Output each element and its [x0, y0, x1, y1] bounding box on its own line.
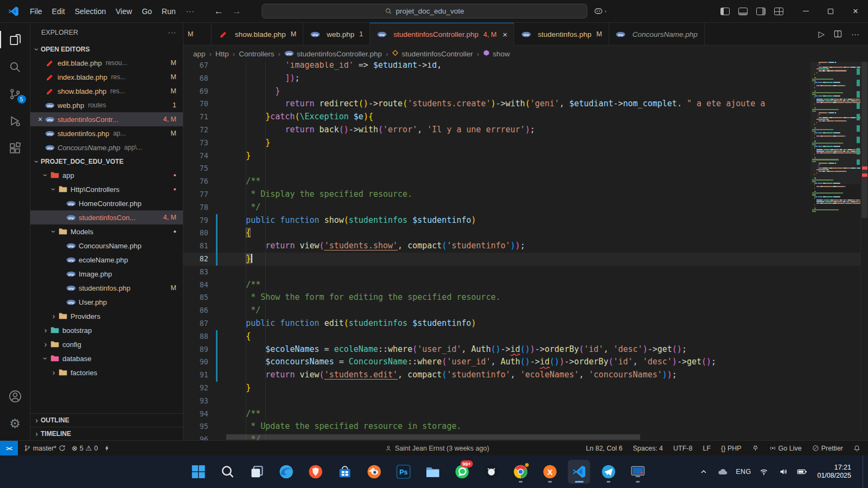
- code-line-77[interactable]: 77 * Display the specified resource.: [183, 188, 868, 201]
- line-number[interactable]: 67: [183, 62, 208, 72]
- code-line-70[interactable]: 70 return redirect()->route('students.cr…: [183, 98, 868, 111]
- line-number[interactable]: 90: [183, 356, 208, 369]
- store-icon[interactable]: [334, 460, 356, 484]
- code-line-90[interactable]: 90 $concoursNames = ConcoursName::where(…: [183, 356, 868, 369]
- code-line-69[interactable]: 69 }: [183, 85, 868, 98]
- vscode-icon[interactable]: [568, 460, 590, 484]
- line-number[interactable]: 91: [183, 369, 208, 382]
- line-number[interactable]: 96: [183, 433, 208, 440]
- copilot-icon[interactable]: ›: [594, 7, 607, 16]
- code-line-71[interactable]: 71 }catch(\Exception $e){: [183, 111, 868, 124]
- tab-web-php[interactable]: phpweb.php1: [303, 23, 370, 46]
- line-number[interactable]: 92: [183, 382, 208, 395]
- clock[interactable]: 17:21 01/08/2025: [817, 464, 851, 480]
- code-line-78[interactable]: 78 */: [183, 201, 868, 214]
- code-line-72[interactable]: 72 return back()->with('error', 'Il y a …: [183, 124, 868, 137]
- split-editor-icon[interactable]: [834, 30, 842, 38]
- customize-layout-icon[interactable]: [774, 8, 783, 15]
- tab-m[interactable]: M: [183, 23, 212, 46]
- line-number[interactable]: 94: [183, 408, 208, 421]
- extensions-icon[interactable]: [0, 134, 30, 162]
- go-live[interactable]: Go Live: [769, 445, 802, 452]
- command-center-search[interactable]: projet_doc_edu_vote: [262, 4, 588, 18]
- explorer-icon[interactable]: [0, 26, 30, 53]
- line-number[interactable]: 86: [183, 304, 208, 317]
- line-number[interactable]: 87: [183, 317, 208, 330]
- blender-icon[interactable]: [363, 460, 385, 484]
- tree-file-studentinfoscon[interactable]: phpstudentinfosCon...4, M: [30, 210, 183, 224]
- menu-edit[interactable]: Edit: [47, 5, 70, 18]
- cursor-position[interactable]: Ln 82, Col 6: [586, 445, 622, 452]
- minimize-button[interactable]: [793, 0, 818, 23]
- tree-file-ecolename-php[interactable]: phpecoleName.php: [30, 253, 183, 267]
- breadcrumb-studentinfoscontroller[interactable]: studentinfosController: [392, 49, 473, 58]
- line-number[interactable]: 72: [183, 124, 208, 137]
- line-number[interactable]: 73: [183, 137, 208, 150]
- edge-icon[interactable]: [275, 460, 297, 484]
- line-number[interactable]: 68: [183, 72, 208, 85]
- source-control-icon[interactable]: 5: [0, 80, 30, 107]
- project-header[interactable]: ›PROJET_DOC_EDU_VOTE: [30, 155, 183, 168]
- code-line-83[interactable]: 83: [183, 266, 868, 279]
- run-button[interactable]: ▷: [818, 29, 825, 39]
- open-editor-studentinfos-php[interactable]: phpstudentinfos.phpap...M: [30, 126, 183, 140]
- line-number[interactable]: 70: [183, 98, 208, 111]
- line-number[interactable]: 75: [183, 162, 208, 175]
- code-editor[interactable]: 67 'imageable_id' => $etudiant->id,68 ])…: [183, 62, 868, 440]
- code-line-95[interactable]: 95 * Update the specified resource in st…: [183, 420, 868, 433]
- account-icon[interactable]: [0, 383, 30, 410]
- code-line-84[interactable]: 84 /**: [183, 279, 868, 292]
- chrome-icon[interactable]: [509, 460, 532, 484]
- code-line-86[interactable]: 86 */: [183, 304, 868, 317]
- code-line-79[interactable]: 79 public function show(studentinfos $st…: [183, 214, 868, 227]
- line-number[interactable]: 76: [183, 175, 208, 188]
- tree-folder-bootstrap[interactable]: ›bootstrap: [30, 323, 183, 337]
- line-number[interactable]: 71: [183, 111, 208, 124]
- code-line-92[interactable]: 92 }: [183, 382, 868, 395]
- code-line-88[interactable]: 88 {: [183, 330, 868, 343]
- start-icon[interactable]: [187, 460, 209, 484]
- line-number[interactable]: 83: [183, 266, 208, 279]
- remote-indicator[interactable]: ><: [0, 441, 18, 455]
- close-icon[interactable]: ×: [502, 30, 507, 39]
- open-editor-index-blade-php[interactable]: index.blade.phpres...M: [30, 70, 183, 84]
- toggle-secondary-sidebar-icon[interactable]: [756, 8, 765, 15]
- show-desktop-button[interactable]: [863, 455, 866, 488]
- toggle-panel-icon[interactable]: [738, 8, 748, 15]
- tab-studentinfoscontroller-php[interactable]: phpstudentinfosController.php4, M×: [370, 23, 514, 46]
- task-view-icon[interactable]: [246, 460, 268, 484]
- code-line-80[interactable]: 80 {: [183, 227, 868, 240]
- explorer-more-actions[interactable]: ···: [168, 29, 177, 36]
- line-number[interactable]: 74: [183, 150, 208, 163]
- tree-folder-app[interactable]: ›app●: [30, 168, 183, 182]
- search-icon[interactable]: [0, 53, 30, 80]
- close-icon[interactable]: ×: [36, 115, 44, 124]
- open-editor-web-php[interactable]: phpweb.phproutes1: [30, 98, 183, 112]
- tree-file-studentinfos-php[interactable]: phpstudentinfos.phpM: [30, 281, 183, 295]
- tab-studentinfos-php[interactable]: phpstudentinfos.phpM: [514, 23, 609, 46]
- tree-folder-factories[interactable]: ›factories: [30, 365, 183, 380]
- whatsapp-icon[interactable]: 99+: [451, 460, 473, 484]
- line-number[interactable]: 82: [183, 253, 208, 266]
- notifications-bell-icon[interactable]: [853, 445, 860, 452]
- indentation[interactable]: Spaces: 4: [633, 445, 663, 452]
- tree-folder-http-controllers[interactable]: ›Http\Controllers●: [30, 182, 183, 196]
- open-editor-concoursname-php[interactable]: phpConcoursName.phpapp\...: [30, 140, 183, 155]
- line-number[interactable]: 95: [183, 420, 208, 433]
- code-line-74[interactable]: 74 }: [183, 150, 868, 163]
- tree-file-user-php[interactable]: phpUser.php: [30, 295, 183, 309]
- minimap[interactable]: [810, 62, 860, 434]
- prettier[interactable]: Prettier: [812, 445, 843, 452]
- vertical-scrollbar[interactable]: [861, 62, 867, 218]
- breadcrumb-app[interactable]: app: [193, 50, 206, 58]
- menu-go[interactable]: Go: [137, 5, 157, 18]
- code-line-68[interactable]: 68 ]);: [183, 72, 868, 85]
- line-number[interactable]: 93: [183, 395, 208, 408]
- breadcrumb-studentinfoscontroller-php[interactable]: phpstudentinfosController.php: [284, 50, 382, 58]
- tab-concoursname-php[interactable]: phpConcoursName.php: [609, 23, 705, 46]
- screen-mirror-icon[interactable]: [627, 460, 649, 484]
- code-line-76[interactable]: 76 /**: [183, 175, 868, 188]
- open-editors-header[interactable]: ›OPEN EDITORS: [30, 42, 183, 56]
- xampp-icon[interactable]: X: [539, 460, 561, 484]
- encoding[interactable]: UTF-8: [673, 445, 692, 452]
